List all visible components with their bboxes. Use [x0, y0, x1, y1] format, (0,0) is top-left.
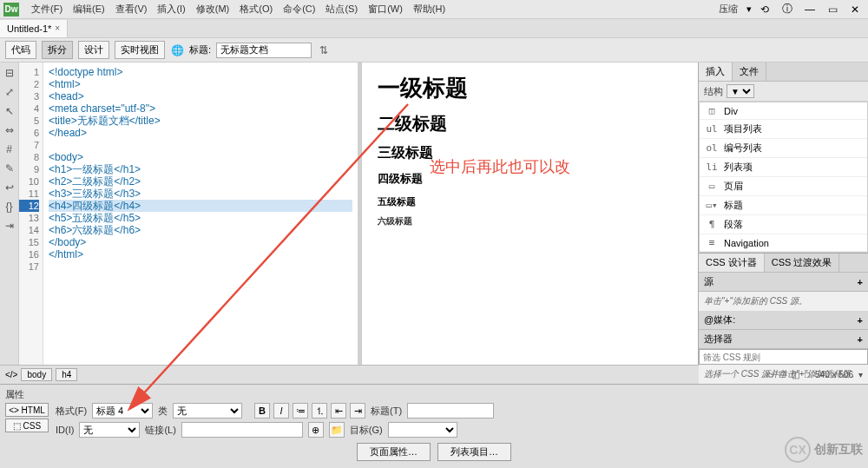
- document-tab-label: Untitled-1*: [7, 23, 51, 34]
- menu-site[interactable]: 站点(S): [320, 3, 363, 16]
- id-select[interactable]: 无: [79, 422, 140, 438]
- insert-item[interactable]: ol编号列表: [700, 139, 867, 158]
- side-panels: 插入 文件 结构 ▼ ◫Divul项目列表ol编号列表li列表项▭页眉▭▾标题¶…: [698, 63, 868, 365]
- menu-help[interactable]: 帮助(H): [408, 3, 450, 16]
- add-media-icon[interactable]: +: [858, 315, 863, 326]
- document-toolbar: 代码 拆分 设计 实时视图 🌐 标题: ⇅: [0, 38, 868, 63]
- link-input[interactable]: [181, 422, 303, 438]
- device-phone-icon[interactable]: ◫: [792, 370, 799, 379]
- insert-item-label: 段落: [724, 218, 743, 231]
- menu-insert[interactable]: 插入(I): [152, 3, 190, 16]
- link-label: 链接(L): [145, 424, 175, 437]
- maximize-button[interactable]: ▭: [823, 2, 842, 17]
- swap-icon[interactable]: ⇅: [317, 43, 331, 57]
- add-source-icon[interactable]: +: [858, 277, 863, 287]
- selector-filter-input[interactable]: [699, 349, 868, 365]
- close-button[interactable]: ✕: [845, 2, 865, 17]
- ul-button[interactable]: ≔: [293, 403, 308, 419]
- bold-button[interactable]: B: [254, 403, 270, 419]
- preview-h1[interactable]: 一级标题: [378, 73, 682, 103]
- wrap-icon[interactable]: ↩: [3, 181, 16, 194]
- class-select[interactable]: 无: [173, 403, 242, 419]
- insert-item-icon: ul: [705, 123, 719, 135]
- minimize-button[interactable]: —: [800, 2, 819, 17]
- insert-item[interactable]: ◫Div: [700, 102, 867, 120]
- indent-button[interactable]: ⇥: [350, 403, 365, 419]
- preview-h6[interactable]: 六级标题: [378, 215, 682, 227]
- title2-input[interactable]: [407, 403, 494, 419]
- workspace-compress[interactable]: 压缩: [713, 3, 743, 16]
- crumb-h4[interactable]: h4: [56, 368, 77, 381]
- view-design-button[interactable]: 设计: [78, 41, 109, 59]
- menu-command[interactable]: 命令(C): [278, 3, 320, 16]
- insert-item[interactable]: ¶段落: [700, 215, 867, 234]
- device-desktop-icon[interactable]: ▭: [766, 370, 773, 379]
- menu-modify[interactable]: 修改(M): [191, 3, 235, 16]
- menu-edit[interactable]: 编辑(E): [68, 3, 110, 16]
- title-input[interactable]: [216, 43, 312, 58]
- insert-item[interactable]: li列表项: [700, 158, 867, 177]
- view-split-button[interactable]: 拆分: [42, 41, 73, 59]
- tab-insert[interactable]: 插入: [699, 63, 733, 81]
- outdent-button[interactable]: ⇤: [331, 403, 346, 419]
- structure-select[interactable]: ▼: [727, 84, 754, 98]
- preview-h4[interactable]: 四级标题: [378, 171, 423, 187]
- device-custom-icon[interactable]: □: [805, 370, 810, 379]
- collapse-icon[interactable]: ⊟: [3, 66, 16, 80]
- folder-icon[interactable]: 📁: [329, 422, 345, 438]
- close-tab-icon[interactable]: ×: [55, 23, 60, 33]
- link-picker-icon[interactable]: ⊕: [308, 422, 324, 438]
- page-properties-button[interactable]: 页面属性…: [357, 443, 431, 461]
- view-code-button[interactable]: 代码: [5, 41, 36, 59]
- ol-button[interactable]: ⒈: [312, 403, 327, 419]
- select-parent-icon[interactable]: ↖: [3, 104, 16, 118]
- insert-item-icon: ol: [705, 142, 719, 154]
- preview-h5[interactable]: 五级标题: [378, 195, 682, 208]
- globe-icon[interactable]: 🌐: [170, 43, 184, 57]
- insert-item-label: Navigation: [724, 238, 769, 248]
- add-selector-icon[interactable]: +: [858, 334, 863, 345]
- mode-css-button[interactable]: ⬚ CSS: [5, 419, 49, 432]
- device-tablet-icon[interactable]: ☐: [779, 370, 786, 379]
- insert-item[interactable]: ▭▾标题: [700, 196, 867, 215]
- crumb-body[interactable]: body: [21, 368, 52, 381]
- format-select[interactable]: 标题 4: [92, 403, 153, 419]
- insert-item-icon: ¶: [705, 219, 719, 230]
- insert-item-icon: ▭: [705, 181, 719, 192]
- annotation-text: 选中后再此也可以改: [430, 156, 570, 177]
- syntax-icon[interactable]: {}: [3, 200, 16, 214]
- document-tab[interactable]: Untitled-1* ×: [0, 20, 68, 37]
- preview-h2[interactable]: 二级标题: [378, 112, 682, 135]
- insert-item[interactable]: ≡Navigation: [700, 234, 867, 252]
- help-icon[interactable]: ⓘ: [778, 2, 797, 17]
- line-numbers-icon[interactable]: #: [3, 142, 16, 156]
- list-item-button[interactable]: 列表项目…: [437, 443, 511, 461]
- tab-files[interactable]: 文件: [733, 63, 766, 81]
- sources-note: 单击"+"添加新的 CSS 源。: [699, 292, 868, 311]
- menu-window[interactable]: 窗口(W): [363, 3, 408, 16]
- menu-view[interactable]: 查看(V): [110, 3, 153, 16]
- highlight-icon[interactable]: ✎: [3, 161, 16, 175]
- expand-icon[interactable]: ⤢: [3, 85, 16, 99]
- selectors-label: 选择器: [704, 333, 733, 346]
- target-select[interactable]: [388, 422, 457, 438]
- menu-file[interactable]: 文件(F): [26, 3, 68, 16]
- chevron-down-icon: ▾: [746, 3, 752, 15]
- insert-item-label: 标题: [724, 199, 743, 212]
- tab-css-transition[interactable]: CSS 过渡效果: [765, 254, 840, 272]
- insert-item[interactable]: ul项目列表: [700, 120, 867, 139]
- italic-button[interactable]: I: [273, 403, 289, 419]
- mode-html-button[interactable]: <> HTML: [5, 403, 49, 417]
- view-live-button[interactable]: 实时视图: [115, 41, 165, 59]
- tag-selector-icon[interactable]: </>: [5, 370, 17, 379]
- id-label: ID(I): [56, 425, 74, 435]
- indent-icon[interactable]: ⇥: [3, 219, 16, 233]
- window-size[interactable]: 540 x 506: [815, 370, 853, 379]
- sync-icon[interactable]: ⟲: [755, 2, 774, 17]
- balance-icon[interactable]: ⇔: [3, 123, 16, 137]
- menu-format[interactable]: 格式(O): [234, 3, 278, 16]
- code-editor[interactable]: <!doctype html><html><head><meta charset…: [43, 63, 358, 365]
- tab-css-designer[interactable]: CSS 设计器: [699, 254, 765, 272]
- insert-item[interactable]: ▭页眉: [700, 177, 867, 196]
- design-preview[interactable]: 一级标题 二级标题 三级标题 四级标题 选中后再此也可以改 五级标题 六级标题: [361, 63, 698, 365]
